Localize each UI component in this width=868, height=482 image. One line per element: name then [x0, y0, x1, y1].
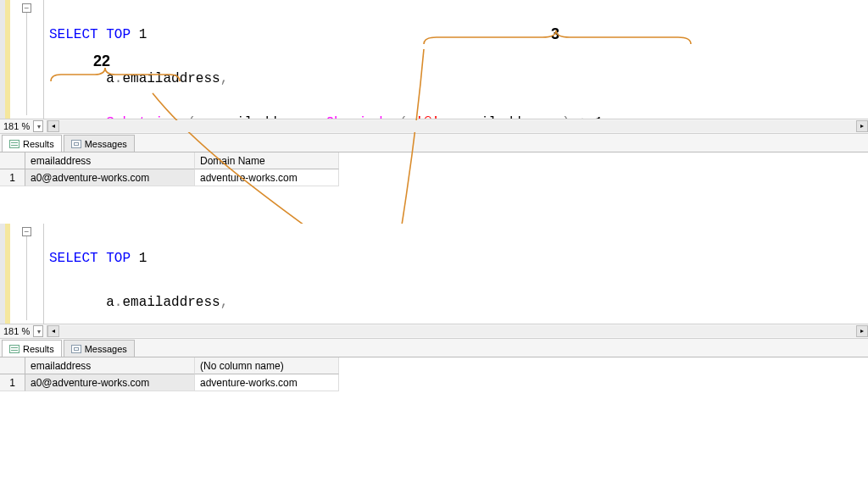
collapse-icon[interactable]: − — [22, 3, 31, 13]
editor-gutter: − — [0, 0, 44, 119]
column-header-email[interactable]: emailaddress — [25, 357, 195, 374]
code-editor-1[interactable]: − SELECT TOP 1 a.emailaddress, Substring… — [0, 0, 868, 119]
tab-results[interactable]: Results — [2, 135, 62, 152]
zoom-row-2: 181 % ▾ ◂ ▸ — [0, 324, 868, 339]
horizontal-scrollbar[interactable]: ◂ ▸ — [47, 120, 868, 132]
tab-messages[interactable]: Messages — [64, 340, 135, 357]
row-number: 1 — [0, 374, 25, 391]
keyword-top: TOP — [106, 251, 131, 266]
zoom-level: 181 % — [3, 326, 30, 336]
scroll-left-icon[interactable]: ◂ — [47, 325, 59, 337]
row-number: 1 — [0, 169, 25, 186]
fn-substring: Substring — [106, 115, 179, 119]
keyword-select: SELECT — [49, 27, 98, 42]
tab-results[interactable]: Results — [2, 340, 62, 357]
keyword-top: TOP — [106, 27, 131, 42]
column-header-domain[interactable]: Domain Name — [195, 152, 339, 169]
keyword-select: SELECT — [49, 251, 98, 266]
cell-domain[interactable]: adventure-works.com — [195, 169, 339, 186]
code-text-1[interactable]: SELECT TOP 1 a.emailaddress, Substring (… — [44, 0, 868, 119]
horizontal-scrollbar[interactable]: ◂ ▸ — [47, 325, 868, 337]
chevron-down-icon: ▾ — [37, 328, 41, 335]
results-grid-2[interactable]: emailaddress (No column name) 1 a0@adven… — [0, 357, 868, 391]
grid-data-row[interactable]: 1 a0@adventure-works.com adventure-works… — [0, 169, 868, 186]
collapse-icon[interactable]: − — [22, 227, 31, 236]
fn-charindex: Charindex — [326, 115, 398, 119]
rownum-header — [0, 152, 25, 169]
grid-header-row: emailaddress Domain Name — [0, 152, 868, 169]
results-tabs-2: Results Messages — [0, 339, 868, 357]
scroll-right-icon[interactable]: ▸ — [856, 325, 868, 337]
messages-icon — [71, 140, 81, 148]
zoom-row-1: 181 % ▾ ◂ ▸ — [0, 119, 868, 134]
results-grid-icon — [9, 345, 19, 353]
column-header-noname[interactable]: (No column name) — [195, 357, 339, 374]
messages-icon — [71, 345, 81, 353]
cell-domain[interactable]: adventure-works.com — [195, 374, 339, 391]
results-grid-1[interactable]: emailaddress Domain Name 1 a0@adventure-… — [0, 152, 868, 186]
rownum-header — [0, 357, 25, 374]
grid-header-row: emailaddress (No column name) — [0, 357, 868, 374]
editor-gutter: − — [0, 224, 44, 324]
zoom-dropdown[interactable]: ▾ — [33, 120, 43, 132]
scroll-left-icon[interactable]: ◂ — [47, 120, 59, 132]
results-tabs-1: Results Messages — [0, 134, 868, 152]
string-literal: '@' — [415, 115, 440, 119]
column-header-email[interactable]: emailaddress — [25, 152, 195, 169]
code-text-2[interactable]: SELECT TOP 1 a.emailaddress, Substring(a… — [44, 224, 868, 324]
zoom-dropdown[interactable]: ▾ — [33, 325, 43, 337]
tab-messages[interactable]: Messages — [64, 135, 135, 152]
cell-email[interactable]: a0@adventure-works.com — [25, 169, 195, 186]
chevron-down-icon: ▾ — [37, 123, 41, 130]
code-editor-2[interactable]: − SELECT TOP 1 a.emailaddress, Substring… — [0, 224, 868, 324]
grid-data-row[interactable]: 1 a0@adventure-works.com adventure-works… — [0, 374, 868, 391]
results-grid-icon — [9, 140, 19, 148]
scroll-right-icon[interactable]: ▸ — [856, 120, 868, 132]
zoom-level: 181 % — [3, 121, 30, 131]
cell-email[interactable]: a0@adventure-works.com — [25, 374, 195, 391]
